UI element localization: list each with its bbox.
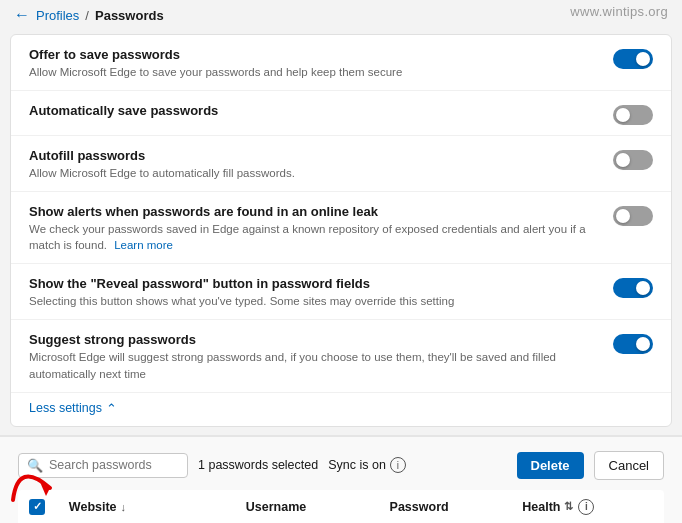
info-icon[interactable]: i xyxy=(390,457,406,473)
col-header-health[interactable]: Health ⇅ i xyxy=(512,490,614,523)
setting-auto-save-control[interactable] xyxy=(613,105,653,125)
toggle-offer-save[interactable] xyxy=(613,49,653,69)
breadcrumb-current: Passwords xyxy=(95,8,164,23)
col-header-password: Password xyxy=(380,490,513,523)
setting-reveal-btn-title: Show the "Reveal password" button in pas… xyxy=(29,276,601,291)
setting-online-leak-control[interactable] xyxy=(613,206,653,226)
toggle-auto-save[interactable] xyxy=(613,105,653,125)
setting-online-leak: Show alerts when passwords are found in … xyxy=(11,192,671,264)
setting-online-leak-text: Show alerts when passwords are found in … xyxy=(29,204,601,253)
sort-website-icon[interactable]: ↓ xyxy=(121,501,127,513)
setting-reveal-btn-control[interactable] xyxy=(613,278,653,298)
setting-autofill-title: Autofill passwords xyxy=(29,148,601,163)
checkmark-icon: ✓ xyxy=(33,501,42,512)
setting-reveal-btn-desc: Selecting this button shows what you've … xyxy=(29,293,601,309)
less-settings-label: Less settings xyxy=(29,401,102,415)
setting-autofill-control[interactable] xyxy=(613,150,653,170)
sync-label: Sync is on xyxy=(328,458,386,472)
breadcrumb-separator: / xyxy=(85,8,89,23)
less-settings-link[interactable]: Less settings ⌃ xyxy=(29,401,653,416)
setting-suggest-strong-desc: Microsoft Edge will suggest strong passw… xyxy=(29,349,601,381)
toggle-autofill[interactable] xyxy=(613,150,653,170)
setting-auto-save-text: Automatically save passwords xyxy=(29,103,601,120)
setting-suggest-strong-text: Suggest strong passwords Microsoft Edge … xyxy=(29,332,601,381)
setting-suggest-strong-title: Suggest strong passwords xyxy=(29,332,601,347)
setting-autofill-text: Autofill passwords Allow Microsoft Edge … xyxy=(29,148,601,181)
col-username-label: Username xyxy=(246,500,306,514)
less-settings-row: Less settings ⌃ xyxy=(11,393,671,426)
col-header-check: ✓ xyxy=(19,490,59,523)
back-arrow-icon[interactable]: ← xyxy=(14,6,30,24)
watermark: www.wintips.org xyxy=(570,4,668,19)
cancel-button[interactable]: Cancel xyxy=(594,451,664,480)
setting-offer-save-text: Offer to save passwords Allow Microsoft … xyxy=(29,47,601,80)
setting-suggest-strong-control[interactable] xyxy=(613,334,653,354)
col-health-label: Health xyxy=(522,500,560,514)
col-header-username: Username xyxy=(236,490,380,523)
search-input[interactable] xyxy=(49,458,169,472)
search-action-bar: 🔍 1 passwords selected Sync is on i Dele… xyxy=(18,451,664,480)
setting-offer-save-control[interactable] xyxy=(613,49,653,69)
header-checkbox[interactable]: ✓ xyxy=(29,499,45,515)
col-header-website[interactable]: Website ↓ xyxy=(59,490,236,523)
setting-suggest-strong: Suggest strong passwords Microsoft Edge … xyxy=(11,320,671,392)
col-password-label: Password xyxy=(390,500,449,514)
delete-button[interactable]: Delete xyxy=(517,452,584,479)
table-header-row: ✓ Website ↓ Username Password xyxy=(19,490,664,523)
col-website-label: Website xyxy=(69,500,117,514)
toggle-reveal-btn[interactable] xyxy=(613,278,653,298)
toggle-suggest-strong[interactable] xyxy=(613,334,653,354)
health-info-icon[interactable]: i xyxy=(578,499,594,515)
setting-offer-save: Offer to save passwords Allow Microsoft … xyxy=(11,35,671,91)
col-header-actions xyxy=(614,490,663,523)
search-icon: 🔍 xyxy=(27,458,43,473)
password-table: ✓ Website ↓ Username Password xyxy=(18,490,664,523)
setting-online-leak-desc: We check your passwords saved in Edge ag… xyxy=(29,221,601,253)
setting-auto-save-title: Automatically save passwords xyxy=(29,103,601,118)
password-list-section: 🔍 1 passwords selected Sync is on i Dele… xyxy=(0,435,682,523)
setting-auto-save: Automatically save passwords xyxy=(11,91,671,136)
setting-reveal-btn: Show the "Reveal password" button in pas… xyxy=(11,264,671,320)
sort-health-icon[interactable]: ⇅ xyxy=(564,500,573,513)
setting-online-leak-title: Show alerts when passwords are found in … xyxy=(29,204,601,219)
main-card: Offer to save passwords Allow Microsoft … xyxy=(10,34,672,427)
setting-autofill-desc: Allow Microsoft Edge to automatically fi… xyxy=(29,165,601,181)
breadcrumb-parent-link[interactable]: Profiles xyxy=(36,8,79,23)
toggle-online-leak[interactable] xyxy=(613,206,653,226)
chevron-up-icon: ⌃ xyxy=(106,401,117,416)
setting-reveal-btn-text: Show the "Reveal password" button in pas… xyxy=(29,276,601,309)
sync-info: Sync is on i xyxy=(328,457,406,473)
setting-autofill: Autofill passwords Allow Microsoft Edge … xyxy=(11,136,671,192)
learn-more-link[interactable]: Learn more xyxy=(114,239,173,251)
search-box[interactable]: 🔍 xyxy=(18,453,188,478)
selected-count-label: 1 passwords selected xyxy=(198,458,318,472)
setting-offer-save-title: Offer to save passwords xyxy=(29,47,601,62)
setting-offer-save-desc: Allow Microsoft Edge to save your passwo… xyxy=(29,64,601,80)
